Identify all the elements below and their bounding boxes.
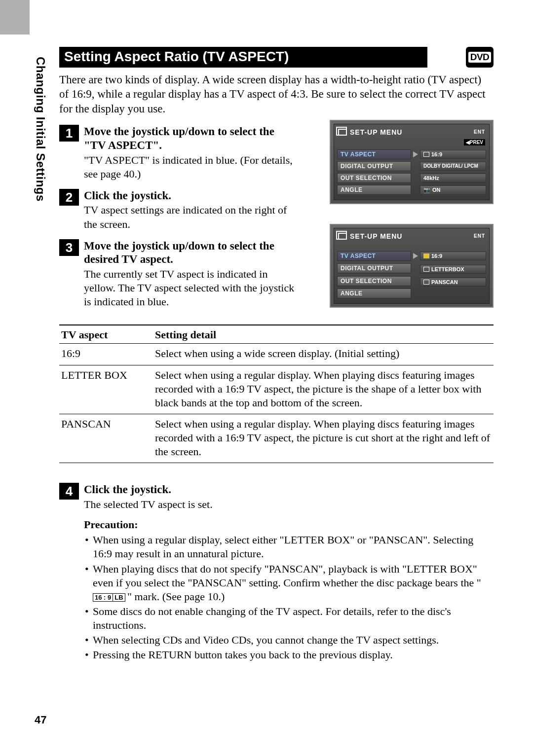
precaution-item: When selecting CDs and Video CDs, you ca… [84,633,494,647]
precaution-item: When using a regular display, select eit… [84,533,494,561]
menu-item-digital-output: DIGITAL OUTPUT [337,161,411,171]
table-cell-aspect: PANSCAN [59,414,153,463]
camera-icon: 📷 [423,187,430,193]
page-title: Setting Aspect Ratio (TV ASPECT) [59,47,427,68]
margin-strip [0,0,30,35]
page-number: 47 [35,714,46,726]
menu-value: 48kHz [420,174,486,182]
dvd-badge: DVD [466,47,494,68]
step-title: Move the joystick up/down to select the … [84,239,296,266]
aspect-icon [423,253,429,258]
step-body: The currently set TV aspect is indicated… [84,267,296,309]
menu-option: PANSCAN [431,279,458,285]
step-body: The selected TV aspect is set. [84,498,494,511]
arrow-right-icon [413,151,418,157]
precaution-text: When playing discs that do not specify "… [93,563,481,589]
menu-value: 16:9 [431,151,442,157]
ent-icon: ENT [474,130,485,135]
step-number: 2 [59,189,79,206]
precaution-text: " mark. (See page 10.) [127,590,225,603]
table-cell-detail: Select when using a wide screen display.… [153,344,494,365]
overlap-squares-icon [338,129,347,136]
table-cell-aspect: 16:9 [59,344,153,365]
section-label: Changing Initial Settings [34,57,47,202]
table-header-detail: Setting detail [153,325,494,344]
menu-item-digital-output: DIGITAL OUTPUT [337,263,411,273]
aspect-icon [423,267,429,272]
table-cell-detail: Select when using a regular display. Whe… [153,414,494,463]
menu-item-tv-aspect: TV ASPECT [337,149,411,159]
step-number: 1 [59,125,79,142]
table-row: 16:9 Select when using a wide screen dis… [59,344,494,365]
intro-text: There are two kinds of display. A wide s… [59,72,494,116]
menu-title: SET-UP MENU [350,128,402,136]
precaution-item: When playing discs that do not specify "… [84,562,494,604]
table-row: PANSCAN Select when using a regular disp… [59,414,494,463]
step-title: Click the joystick. [84,189,296,203]
menu-item-tv-aspect: TV ASPECT [337,251,411,261]
step-title: Move the joystick up/down to select the … [84,125,296,152]
step-body: "TV ASPECT" is indicated in blue. (For d… [84,153,296,181]
step-number: 3 [59,239,79,256]
table-cell-detail: Select when using a regular display. Whe… [153,365,494,414]
aspect-icon [423,280,429,285]
table-header-aspect: TV aspect [59,325,153,344]
menu-title: SET-UP MENU [350,232,402,240]
menu-value: 16:9 [431,253,442,259]
dvd-badge-text: DVD [468,52,492,63]
setup-menu-figure-1: SET-UP MENU ENT ◀PREV TV ASPECT 16:9 DIG… [330,120,494,204]
menu-item-angle: ANGLE [337,185,411,195]
prev-badge: ◀PREV [464,139,485,145]
menu-item-out-selection: OUT SELECTION [337,276,411,286]
arrow-right-icon [413,253,418,259]
table-cell-aspect: LETTER BOX [59,365,153,414]
menu-item-angle: ANGLE [337,288,411,298]
step-body: TV aspect settings are indicated on the … [84,203,296,231]
table-row: LETTER BOX Select when using a regular d… [59,365,494,414]
aspect-icon [423,152,429,157]
step-number: 4 [59,483,79,500]
aspect-mark-icon: 16 : 9LB [93,594,125,602]
precaution-item: Pressing the RETURN button takes you bac… [84,648,494,662]
setup-menu-figure-2: SET-UP MENU ENT TV ASPECT 16:9 DIGITAL O… [330,224,494,308]
menu-option: LETTERBOX [431,266,464,272]
ent-icon: ENT [474,234,485,239]
menu-item-out-selection: OUT SELECTION [337,173,411,183]
precaution-item: Some discs do not enable changing of the… [84,605,494,632]
menu-value: DOLBY DIGITAL/ LPCM [420,162,486,171]
precaution-heading: Precaution: [84,518,494,531]
menu-value: ON [432,187,441,193]
tv-aspect-table: TV aspect Setting detail 16:9 Select whe… [59,324,494,463]
overlap-squares-icon [338,233,347,240]
step-title: Click the joystick. [84,483,494,497]
